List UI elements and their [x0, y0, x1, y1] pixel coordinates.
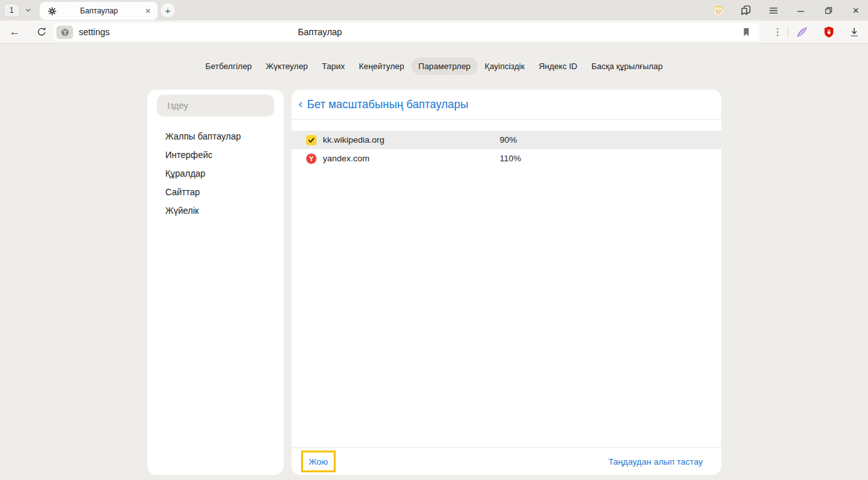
downloads-icon[interactable]	[847, 25, 861, 39]
browser-window: 1	[0, 0, 868, 480]
reload-icon	[36, 26, 47, 38]
content-header: ‹ Бет масштабының баптаулары	[291, 90, 721, 120]
sidebar-item-tools[interactable]: Құралдар	[147, 164, 284, 182]
delete-button[interactable]: Жою	[309, 457, 328, 467]
window-close-button[interactable]: ×	[849, 3, 863, 17]
zoom-row-yandex[interactable]: Y yandex.com 110%	[291, 149, 721, 168]
chevron-down-icon	[24, 6, 32, 14]
protect-shield-icon[interactable]	[822, 25, 836, 39]
nav-tab-other-devices[interactable]: Басқа құрылғылар	[584, 58, 669, 75]
zoom-settings-list: kk.wikipedia.org 90% Y yandex.com 110%	[291, 131, 721, 168]
omnibox-more-button[interactable]: ⋮	[771, 25, 785, 39]
settings-body: Жалпы баптаулар Интерфейс Құралдар Сайтт…	[147, 90, 721, 475]
checkbox-checked-icon[interactable]	[306, 135, 316, 145]
new-tab-button[interactable]: +	[161, 3, 175, 17]
site-zoom-value: 110%	[500, 154, 521, 163]
sidebar-item-sites[interactable]: Сайттар	[147, 182, 284, 201]
nav-tab-security[interactable]: Қауіпсіздік	[478, 58, 532, 75]
sidebar-item-system[interactable]: Жүйелік	[147, 201, 284, 220]
site-name: kk.wikipedia.org	[323, 135, 384, 145]
nav-tab-settings[interactable]: Параметрлер	[411, 58, 478, 75]
yandex-site-badge-icon	[56, 26, 73, 39]
deselect-link[interactable]: Таңдаудан алып тастау	[609, 457, 703, 467]
action-highlight-box: Жою	[301, 451, 336, 472]
yandex-feather-icon[interactable]	[795, 25, 809, 39]
omnibox[interactable]: settings Баптаулар	[54, 23, 760, 41]
tab-title: Баптаулар	[57, 6, 141, 15]
back-chevron-icon[interactable]: ‹	[299, 97, 302, 111]
close-icon: ×	[853, 5, 859, 16]
yandex-favicon[interactable]: Y	[306, 154, 316, 164]
back-button[interactable]: ←	[8, 25, 22, 39]
tab-counter-button[interactable]: 1	[3, 3, 20, 17]
omnibox-page-title: Баптаулар	[298, 23, 342, 41]
search-input[interactable]	[157, 100, 274, 111]
sidebar-item-interface[interactable]: Интерфейс	[147, 145, 284, 164]
settings-nav: Бетбелгілер Жүктеулер Тарих Кеңейтулер П…	[0, 58, 868, 75]
sidebar-item-general[interactable]: Жалпы баптаулар	[147, 127, 284, 145]
sidebar-search[interactable]	[157, 95, 274, 116]
tabbar-right-controls: ×	[711, 3, 863, 17]
nav-tab-extensions[interactable]: Кеңейтулер	[352, 58, 411, 75]
gear-icon	[47, 6, 57, 16]
site-name: yandex.com	[323, 154, 370, 163]
window-restore-button[interactable]	[821, 3, 835, 17]
content-footer: Жою Таңдаудан алып тастау	[291, 447, 721, 475]
nav-tab-history[interactable]: Тарих	[315, 58, 352, 75]
settings-sidebar: Жалпы баптаулар Интерфейс Құралдар Сайтт…	[147, 90, 284, 475]
addressbar-divider	[788, 27, 789, 37]
page-title[interactable]: Бет масштабының баптаулары	[307, 98, 468, 111]
address-bar: ← settings Баптаулар	[0, 20, 868, 44]
menu-icon[interactable]	[766, 3, 780, 17]
tab-list-dropdown-button[interactable]	[21, 3, 35, 17]
tab-close-button[interactable]: ×	[141, 4, 155, 18]
nav-tab-yandex-id[interactable]: Яндекс ID	[532, 58, 584, 75]
tabs-panel-icon[interactable]	[739, 3, 753, 17]
profile-avatar[interactable]	[711, 3, 725, 17]
zoom-row-wikipedia[interactable]: kk.wikipedia.org 90%	[291, 131, 721, 149]
reload-button[interactable]	[35, 25, 49, 39]
window-minimize-button[interactable]	[794, 3, 808, 17]
sidebar-section-list: Жалпы баптаулар Интерфейс Құралдар Сайтт…	[147, 127, 284, 220]
browser-tab-settings[interactable]: Баптаулар ×	[40, 2, 158, 20]
url-text: settings	[79, 27, 110, 37]
settings-content: ‹ Бет масштабының баптаулары kk.wikipedi…	[291, 90, 721, 475]
nav-tab-bookmarks[interactable]: Бетбелгілер	[198, 58, 259, 75]
nav-tab-downloads[interactable]: Жүктеулер	[259, 58, 315, 75]
bookmark-flag-icon[interactable]	[741, 26, 752, 38]
site-zoom-value: 90%	[500, 135, 517, 145]
tab-counter-value: 1	[10, 6, 14, 15]
tab-bar: 1	[0, 0, 868, 20]
